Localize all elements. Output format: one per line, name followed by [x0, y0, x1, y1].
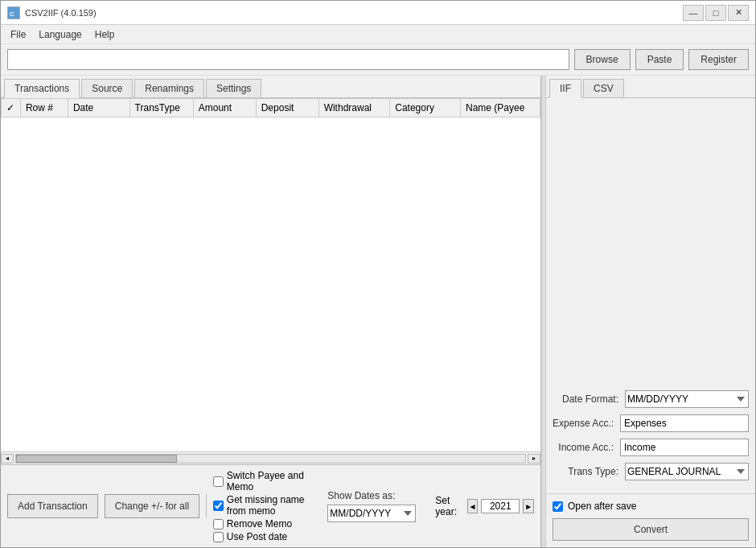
get-missing-label: Get missing name from memo [227, 494, 314, 517]
transactions-table: ✓ Row # Date TransType Amount Deposit Wi… [1, 98, 540, 117]
income-acc-label: Income Acc.: [553, 442, 620, 453]
remove-memo-label: Remove Memo [227, 518, 292, 529]
year-input[interactable] [481, 499, 520, 513]
file-path-input[interactable] [7, 49, 569, 70]
title-bar: C CSV2IIF (4.0.159) — □ ✕ [1, 1, 755, 25]
h-scrollbar-thumb[interactable] [16, 455, 177, 463]
col-header-row: Row # [20, 99, 68, 117]
use-post-date-row[interactable]: Use Post date [213, 531, 314, 542]
window-title: CSV2IIF (4.0.159) [25, 8, 97, 18]
income-acc-row: Income Acc.: [553, 439, 749, 456]
col-header-name: Name (Payee [461, 99, 540, 117]
right-tab-csv[interactable]: CSV [583, 79, 624, 97]
year-prev-button[interactable]: ◄ [467, 499, 479, 513]
use-post-date-label: Use Post date [227, 531, 287, 542]
col-header-deposit: Deposit [256, 99, 318, 117]
title-bar-controls: — □ ✕ [683, 5, 749, 21]
col-header-withdrawal: Withdrawal [318, 99, 390, 117]
left-tabs: Transactions Source Renamings Settings [1, 76, 540, 98]
right-spacer-top [553, 105, 749, 390]
show-dates-label: Show Dates as: [327, 490, 395, 501]
trans-type-label: Trans Type: [553, 466, 625, 477]
h-scrollbar-area: ◂ ▸ [1, 451, 540, 464]
toolbar: Browse Paste Register [1, 44, 755, 76]
transactions-table-area[interactable]: ✓ Row # Date TransType Amount Deposit Wi… [1, 98, 540, 451]
switch-payee-checkbox[interactable] [213, 476, 224, 487]
expense-acc-input[interactable] [620, 414, 749, 432]
trans-type-row: Trans Type: GENERAL JOURNAL INVOICE PAYM… [553, 463, 749, 480]
switch-payee-label: Switch Payee and Memo [227, 470, 314, 492]
right-bottom: Open after save Convert [546, 493, 755, 547]
scroll-left-arrow[interactable]: ◂ [1, 454, 14, 464]
main-area: Transactions Source Renamings Settings [1, 76, 755, 547]
right-panel: IIF CSV Date Format: MM/DD/YYYY DD/MM/YY… [546, 76, 755, 547]
bottom-checkboxes: Switch Payee and Memo Get missing name f… [213, 470, 314, 542]
expense-acc-row: Expense Acc.: [553, 414, 749, 432]
date-format-label: Date Format: [553, 393, 625, 405]
get-missing-row[interactable]: Get missing name from memo [213, 494, 314, 517]
expense-acc-label: Expense Acc.: [553, 418, 620, 429]
right-content: Date Format: MM/DD/YYYY DD/MM/YYYY YYYY/… [546, 98, 755, 493]
income-acc-input[interactable] [620, 439, 749, 456]
right-tab-iif[interactable]: IIF [549, 79, 581, 98]
set-year-label: Set year: [435, 495, 463, 517]
col-header-category: Category [390, 99, 461, 117]
menu-help[interactable]: Help [88, 27, 121, 42]
add-transaction-button[interactable]: Add Transaction [7, 494, 98, 518]
show-dates-select[interactable]: MM/DD/YYYY DD/MM/YYYY YYYY/MM/DD [327, 505, 416, 522]
close-button[interactable]: ✕ [728, 5, 749, 21]
maximize-button[interactable]: □ [705, 5, 726, 21]
tab-renamings[interactable]: Renamings [134, 79, 204, 97]
open-after-save-label: Open after save [568, 501, 636, 512]
dates-section: Show Dates as: MM/DD/YYYY DD/MM/YYYY YYY… [327, 490, 416, 522]
title-bar-left: C CSV2IIF (4.0.159) [7, 6, 97, 19]
set-year-row: Set year: ◄ ► [435, 495, 534, 517]
tab-transactions[interactable]: Transactions [4, 79, 80, 98]
menu-file[interactable]: File [4, 27, 32, 42]
tab-source[interactable]: Source [81, 79, 133, 97]
col-header-date: Date [68, 99, 129, 117]
get-missing-checkbox[interactable] [213, 501, 224, 511]
minimize-button[interactable]: — [683, 5, 704, 21]
date-format-row: Date Format: MM/DD/YYYY DD/MM/YYYY YYYY/… [553, 390, 749, 408]
menu-language[interactable]: Language [32, 27, 88, 42]
browse-button[interactable]: Browse [574, 49, 631, 70]
main-window: C CSV2IIF (4.0.159) — □ ✕ File Language … [0, 0, 756, 548]
convert-button[interactable]: Convert [553, 518, 749, 541]
bottom-bar: Add Transaction Change +/- for all Switc… [1, 464, 540, 547]
remove-memo-row[interactable]: Remove Memo [213, 518, 314, 529]
set-year-section: Set year: ◄ ► [435, 495, 534, 517]
date-format-select[interactable]: MM/DD/YYYY DD/MM/YYYY YYYY/MM/DD [625, 390, 749, 408]
tab-settings[interactable]: Settings [206, 79, 261, 97]
remove-memo-checkbox[interactable] [213, 519, 224, 529]
col-header-amount: Amount [193, 99, 256, 117]
scroll-right-arrow[interactable]: ▸ [528, 454, 540, 464]
svg-text:C: C [10, 10, 14, 18]
bottom-divider-1 [206, 494, 207, 518]
right-tabs: IIF CSV [546, 76, 755, 98]
change-all-button[interactable]: Change +/- for all [105, 494, 199, 518]
app-icon: C [7, 6, 20, 19]
menu-bar: File Language Help [1, 25, 755, 44]
col-header-check: ✓ [2, 99, 21, 117]
h-scrollbar[interactable] [15, 454, 526, 464]
left-panel: Transactions Source Renamings Settings [1, 76, 541, 547]
register-button[interactable]: Register [688, 49, 749, 70]
trans-type-select[interactable]: GENERAL JOURNAL INVOICE PAYMENT [625, 463, 749, 480]
paste-button[interactable]: Paste [635, 49, 684, 70]
open-after-save-row: Open after save [553, 501, 749, 512]
open-after-save-checkbox[interactable] [553, 501, 563, 512]
col-header-transtype: TransType [129, 99, 193, 117]
year-next-button[interactable]: ► [523, 499, 534, 513]
switch-payee-row[interactable]: Switch Payee and Memo [213, 470, 314, 492]
use-post-date-checkbox[interactable] [213, 532, 224, 542]
